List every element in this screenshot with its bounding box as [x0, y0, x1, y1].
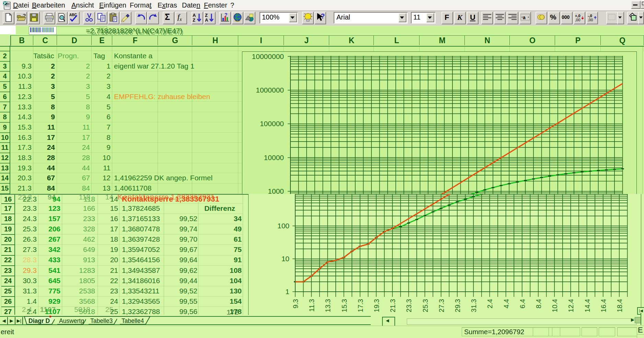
svg-text:15.3: 15.3 — [341, 299, 348, 312]
svg-text:?: ? — [225, 12, 228, 17]
svg-text:4.4: 4.4 — [503, 299, 510, 309]
svg-text:27.3: 27.3 — [438, 299, 445, 312]
svg-text:10: 10 — [281, 255, 289, 263]
svg-text:100000: 100000 — [260, 120, 284, 128]
svg-text:1: 1 — [285, 288, 289, 295]
svg-text:25.3: 25.3 — [422, 299, 429, 312]
svg-text:19.3: 19.3 — [373, 299, 380, 312]
svg-text:9.3: 9.3 — [292, 299, 299, 309]
svg-text:100: 100 — [277, 222, 289, 230]
svg-text:18.4: 18.4 — [616, 299, 623, 312]
svg-text:10.4: 10.4 — [551, 299, 559, 312]
svg-text:2.4: 2.4 — [486, 299, 494, 309]
svg-text:10000000: 10000000 — [252, 52, 284, 60]
svg-text:a: a — [523, 15, 526, 20]
svg-text:?: ? — [321, 12, 325, 20]
svg-text:1000: 1000 — [268, 187, 284, 194]
svg-text:31.3: 31.3 — [470, 299, 478, 312]
svg-text:29.3: 29.3 — [454, 299, 461, 312]
svg-text:A: A — [205, 17, 208, 23]
svg-text:-,0: -,0 — [588, 14, 592, 18]
svg-text:,00: ,00 — [575, 18, 580, 22]
svg-text:Z: Z — [205, 13, 208, 18]
svg-text:12.4: 12.4 — [567, 299, 575, 312]
svg-text:16.4: 16.4 — [600, 299, 607, 312]
svg-text:1000000: 1000000 — [256, 86, 284, 94]
svg-text:Z: Z — [193, 17, 195, 23]
svg-text:10000: 10000 — [264, 154, 284, 161]
svg-text:17.3: 17.3 — [357, 299, 364, 312]
svg-text:,00: ,00 — [588, 18, 593, 22]
svg-text:+,0: +,0 — [575, 14, 580, 18]
svg-text:8.4: 8.4 — [535, 299, 542, 309]
svg-text:13.3: 13.3 — [324, 299, 332, 312]
svg-text:11.3: 11.3 — [308, 299, 315, 312]
svg-text:21.3: 21.3 — [389, 299, 396, 312]
svg-text:23.3: 23.3 — [405, 299, 413, 312]
svg-text:6.4: 6.4 — [519, 299, 526, 309]
svg-text:A: A — [193, 13, 196, 18]
svg-text:14.4: 14.4 — [584, 299, 591, 312]
